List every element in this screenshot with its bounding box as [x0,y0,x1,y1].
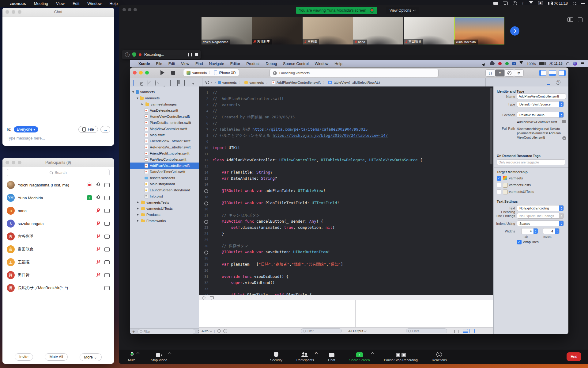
mic-muted-icon[interactable] [96,273,100,278]
code-line[interactable]: 32 super.viewDidLoad() [199,280,493,286]
window-controls[interactable] [133,71,149,75]
camera-icon[interactable] [104,183,110,187]
code-line[interactable]: 28 [199,255,493,261]
toggle-inspector-button[interactable] [559,70,566,76]
video-tile[interactable]: 王福瀛 [303,17,353,44]
breadcrumb-item[interactable]: MtableView(_:didSelectRowAt:) [328,81,380,84]
show-console-icon[interactable] [469,329,475,333]
menu-view[interactable]: View [56,1,65,6]
debug-navigator-icon[interactable] [177,80,181,84]
show-variables-icon[interactable] [463,329,468,333]
console-scope[interactable]: All Output [349,329,366,333]
reactions-button[interactable]: Reactions [429,350,450,364]
code-line[interactable]: 24 } [199,231,493,237]
xcode-menu-product[interactable]: Product [246,62,259,66]
xcode-menu-find[interactable]: Find [195,62,203,66]
folder-icon[interactable] [562,120,566,123]
xcode-menu-view[interactable]: View [181,62,189,66]
file-row[interactable]: FavViewController.swift [130,156,199,163]
navigator-filter[interactable]: Filter [138,329,195,334]
code-line[interactable]: @IBOutlet weak var saveButton: UIBarButt… [199,249,493,255]
breadcrumb-item[interactable]: AddPlanViewController.swift [272,80,321,84]
file-row[interactable]: MapViewController.swift [130,126,199,132]
line-endings-dropdown[interactable]: No Explicit Line Endings [517,213,564,219]
mic-icon[interactable] [96,195,100,200]
file-row[interactable]: varmeets [130,95,199,101]
video-tile[interactable]: Yoichi Nagashima [202,17,252,44]
breadcrumb-item[interactable]: varmeets [218,81,237,84]
indent-width-stepper[interactable]: 4 [543,228,560,234]
target-checkbox[interactable] [497,183,501,187]
file-row[interactable]: HomeViewController.swift [130,113,199,120]
code-line[interactable]: 29 var planItem = ["日時","参加者","場所","共有開始… [199,261,493,267]
file-row[interactable]: PlanDetails...ontroller.swift [130,120,199,126]
xcode-menu-source-control[interactable]: Source Control [283,62,308,66]
menu-help[interactable]: Help [110,1,118,6]
add-file-button[interactable]: + [132,329,135,334]
camera-icon[interactable] [104,260,110,264]
code-line[interactable]: 23 self.dismiss(animated: true, completi… [199,224,493,231]
xcode-menu-navigate[interactable]: Navigate [209,62,224,66]
chat-input[interactable]: Type message here... [7,136,45,140]
xcode-menu-xcode[interactable]: Xcode [138,62,150,66]
mic-muted-icon[interactable] [96,208,100,213]
next-videos-button[interactable] [510,26,519,36]
mic-icon[interactable] [96,182,100,187]
menu-meeting[interactable]: Meeting [34,1,48,6]
recipient-dropdown[interactable]: Everyone ▾ [14,126,38,132]
target-checkbox[interactable]: ✓ [497,176,501,181]
screen-sharing-icon[interactable]: ↑ [87,195,92,200]
stop-recording-icon[interactable] [195,53,198,56]
camera-icon[interactable] [104,273,110,277]
file-row[interactable]: Frameworks [130,218,199,224]
code-line[interactable]: 4// [199,108,493,114]
xcode-menu-window[interactable]: Window [315,62,328,66]
participant-row[interactable]: 古古谷彩季 [7,231,110,242]
file-row[interactable]: FriendProfil...ntroller.swift [130,150,199,156]
source-control-navigator-icon[interactable]: ✕ [140,80,144,84]
participant-row[interactable]: 王王福瀛 [7,257,110,267]
code-line[interactable]: 21 // キャンセルボタン [199,212,493,218]
file-row[interactable]: Products [130,212,199,218]
mic-muted-icon[interactable] [96,247,100,252]
name-field[interactable]: AddPlanViewController.swift [517,94,566,99]
file-row[interactable]: DateAndTimeCell.swift [130,169,199,175]
participant-row[interactable]: 舞田口舞 [7,270,110,280]
xcode-menu-edit[interactable]: Edit [168,62,175,66]
participant-row[interactable]: 富富田咲良 [7,244,110,255]
mic-muted-icon[interactable] [96,234,100,239]
mute-all-button[interactable]: Mute All [45,353,67,361]
encoding-dropdown[interactable]: No Explicit Encoding [517,205,564,211]
breakpoint-navigator-icon[interactable] [184,80,188,84]
code-line[interactable]: 30 [199,267,493,274]
code-line[interactable]: 13 [199,163,493,169]
variables-view-mode[interactable]: Auto [202,329,212,333]
code-line[interactable]: 15 var DateAndTime: String? [199,175,493,182]
pause-recording-icon[interactable] [188,53,192,56]
file-inspector-tab-icon[interactable] [547,80,550,85]
target-checkbox[interactable] [497,190,501,194]
editor-list-button[interactable]: ≡ [495,69,505,77]
gallery-view-icon[interactable] [567,17,573,22]
file-button[interactable]: File [78,126,98,133]
video-tile[interactable]: nana [353,17,403,44]
participants-titlebar[interactable]: Participants (9) [2,158,114,167]
mic-muted-icon[interactable] [96,260,100,265]
xcode-menu-debug[interactable]: Debug [266,62,277,66]
indent-dropdown[interactable]: Spaces [517,220,564,226]
code-line[interactable]: 6// [199,120,493,126]
file-row[interactable]: LaunchScreen.storyboard [130,187,199,193]
help-inspector-tab-icon[interactable]: ? [556,80,560,85]
code-line[interactable]: 26 // 保存ボタン [199,243,493,249]
project-navigator-icon[interactable] [133,80,137,84]
code-line[interactable]: 34 if let PlanTitle = self.PlanTitle { [199,292,493,295]
info-icon[interactable]: i [223,329,227,333]
camera-status-icon[interactable] [493,2,498,5]
mute-button[interactable]: Mute [125,350,138,364]
scheme-selector[interactable]: varmeets〉 iPhone XR [183,69,239,76]
chat-button[interactable]: Chat [325,350,338,364]
video-tile[interactable]: Yuna Mochida [454,17,504,44]
comments-icon[interactable] [210,296,214,299]
camera-icon[interactable] [104,196,110,200]
jump-bar[interactable]: ‹ › varmeets〉varmeets〉AddPlanViewControl… [202,78,486,86]
